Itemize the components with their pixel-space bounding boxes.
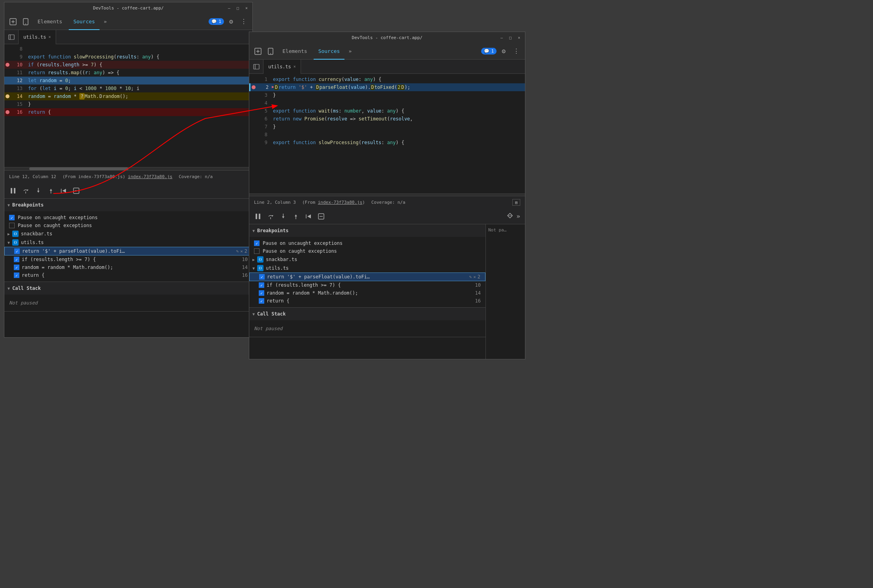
file-tabs-bar-2: utils.ts ×	[249, 60, 525, 74]
bp-item-4-2[interactable]: return { 16	[249, 297, 485, 305]
pause-uncaught-row-2[interactable]: Pause on uncaught exceptions	[249, 239, 485, 247]
bp-edit-2[interactable]: ✎	[469, 274, 472, 280]
source-map-1: (From index-73f73a80.js) index-73f73a80.…	[62, 174, 172, 179]
bp-item-3-1[interactable]: random = random * Math.random(); 14	[4, 263, 252, 271]
sidebar-toggle-2[interactable]	[249, 60, 263, 74]
pause-caught-checkbox-2[interactable]	[254, 248, 260, 254]
minimize-btn-1[interactable]: —	[226, 5, 232, 11]
pause-uncaught-row-1[interactable]: Pause on uncaught exceptions	[4, 214, 252, 222]
code-line-2-7: 7 }	[249, 123, 525, 131]
bp-delete-1[interactable]: ×	[240, 249, 243, 254]
bp-checkbox-1[interactable]	[14, 248, 20, 254]
more-btn-1[interactable]: ⋮	[238, 16, 249, 27]
tree-snackbar-1[interactable]: ▶ {} snackbar.ts	[4, 229, 252, 238]
bp-item-2-1[interactable]: if (results.length >= 7) { 10	[4, 255, 252, 263]
step-into-btn-2[interactable]	[278, 211, 289, 222]
call-stack-header-1[interactable]: ▼ Call Stack	[4, 282, 252, 295]
pause-uncaught-checkbox-2[interactable]	[254, 240, 260, 246]
line-num-2-5: 5	[256, 108, 271, 114]
settings-btn-2[interactable]: ⚙	[498, 46, 509, 57]
step-over-btn-1[interactable]	[20, 185, 31, 196]
step-into-btn-1[interactable]	[33, 185, 44, 196]
continue-btn-1[interactable]	[58, 185, 69, 196]
bp-item-2-2[interactable]: if (results.length >= 7) { 10	[249, 281, 485, 289]
step-out-btn-1[interactable]	[45, 185, 56, 196]
bp-item-3-2[interactable]: random = random * Math.random(); 14	[249, 289, 485, 297]
svg-marker-12	[37, 191, 40, 193]
svg-rect-27	[259, 214, 260, 219]
h-scrollbar-1[interactable]	[4, 167, 252, 170]
file-tab-utils-2[interactable]: utils.ts ×	[263, 60, 301, 74]
bp-code-3-2: random = random * Math.random();	[267, 290, 473, 296]
chat-badge-1[interactable]: 💬 1	[209, 18, 224, 25]
from-file-2[interactable]: index-73f73a80.js	[318, 200, 363, 205]
sidebar-panel-1[interactable]: ▼ Breakpoints Pause on uncaught exceptio…	[4, 199, 252, 337]
step-over-btn-2[interactable]	[265, 211, 276, 222]
pause-uncaught-checkbox-1[interactable]	[9, 215, 15, 220]
tab-sources-1[interactable]: Sources	[69, 13, 100, 30]
call-stack-chevron-1: ▼	[8, 286, 10, 291]
pause-btn-1[interactable]	[8, 185, 19, 196]
step-out-btn-2[interactable]	[290, 211, 301, 222]
close-btn-1[interactable]: ×	[244, 5, 249, 11]
expand-btn-2[interactable]	[507, 212, 513, 220]
breakpoints-header-1[interactable]: ▼ Breakpoints	[4, 199, 252, 211]
inspect-icon[interactable]	[8, 16, 19, 27]
pause-caught-row-2[interactable]: Pause on caught exceptions	[249, 247, 485, 255]
file-tab-close-2[interactable]: ×	[294, 64, 296, 69]
breakpoints-content-1: Pause on uncaught exceptions Pause on ca…	[4, 211, 252, 282]
bp-checkbox-4-1[interactable]	[14, 272, 19, 278]
bp-checkbox-3-1[interactable]	[14, 265, 19, 270]
tree-utils-1[interactable]: ▼ {} utils.ts	[4, 238, 252, 247]
tree-snackbar-2[interactable]: ▶ {} snackbar.ts	[249, 255, 485, 264]
tab-more-1[interactable]: »	[101, 19, 109, 24]
bp-checkbox-2-2[interactable]	[259, 282, 264, 288]
more-debug-btn-2[interactable]: »	[515, 212, 522, 220]
from-file-1[interactable]: index-73f73a80.js	[128, 174, 173, 179]
maximize-btn-2[interactable]: □	[508, 35, 513, 40]
settings-btn-1[interactable]: ⚙	[226, 16, 237, 27]
device-icon-2[interactable]	[265, 46, 276, 57]
more-btn-2[interactable]: ⋮	[511, 46, 522, 57]
bp-checkbox-2-s[interactable]	[259, 274, 265, 280]
file-tab-close-1[interactable]: ×	[49, 35, 51, 39]
sidebar-panel-2[interactable]: ▼ Breakpoints Pause on uncaught exceptio…	[249, 224, 485, 359]
deactivate-btn-1[interactable]	[71, 185, 82, 196]
bp-item-selected-2[interactable]: return '$' + parseFloat(value).toFi… ✎ ×…	[249, 272, 485, 281]
device-icon[interactable]	[20, 16, 31, 27]
line-num-13: 13	[11, 86, 26, 91]
bp-item-selected-1[interactable]: return '$' + parseFloat(value).toFi… ✎ ×…	[4, 247, 252, 255]
bp-item-4-1[interactable]: return { 16	[4, 271, 252, 279]
deactivate-btn-2[interactable]	[316, 211, 327, 222]
tab-elements-1[interactable]: Elements	[33, 13, 67, 30]
tab-more-2[interactable]: »	[346, 48, 354, 54]
sidebar-toggle-1[interactable]	[4, 30, 19, 44]
tab-sources-2[interactable]: Sources	[314, 43, 345, 60]
bp-checkbox-3-2[interactable]	[259, 290, 264, 296]
file-tab-utils-1[interactable]: utils.ts ×	[19, 30, 56, 44]
bp-line-1: 2	[245, 248, 247, 254]
inspect-icon-2[interactable]	[252, 46, 263, 57]
bp-edit-1[interactable]: ✎	[236, 249, 239, 254]
tab-elements-2[interactable]: Elements	[278, 43, 312, 60]
tree-utils-2[interactable]: ▼ {} utils.ts	[249, 264, 485, 272]
maximize-btn-1[interactable]: □	[235, 5, 241, 11]
bp-checkbox-2-1[interactable]	[14, 257, 19, 262]
line-num-9: 9	[11, 54, 26, 60]
bp-delete-2[interactable]: ×	[473, 274, 476, 280]
continue-btn-2[interactable]	[303, 211, 314, 222]
line-num-2-8: 8	[256, 132, 271, 137]
coverage-icon-2[interactable]: ▤	[512, 199, 520, 206]
chat-badge-2[interactable]: 💬 1	[481, 48, 497, 54]
bp-checkbox-4-2[interactable]	[259, 298, 264, 304]
minimize-btn-2[interactable]: —	[499, 35, 504, 40]
call-stack-header-2[interactable]: ▼ Call Stack	[249, 308, 485, 320]
close-btn-2[interactable]: ×	[516, 35, 522, 40]
svg-rect-5	[9, 35, 14, 39]
pause-caught-checkbox-1[interactable]	[9, 223, 15, 228]
titlebar-2: DevTools - coffee-cart.app/ — □ ×	[249, 32, 525, 43]
pause-caught-row-1[interactable]: Pause on caught exceptions	[4, 222, 252, 229]
cursor-position-2: Line 2, Column 3	[254, 200, 296, 205]
pause-btn-2[interactable]	[252, 211, 263, 222]
breakpoints-header-2[interactable]: ▼ Breakpoints	[249, 224, 485, 237]
